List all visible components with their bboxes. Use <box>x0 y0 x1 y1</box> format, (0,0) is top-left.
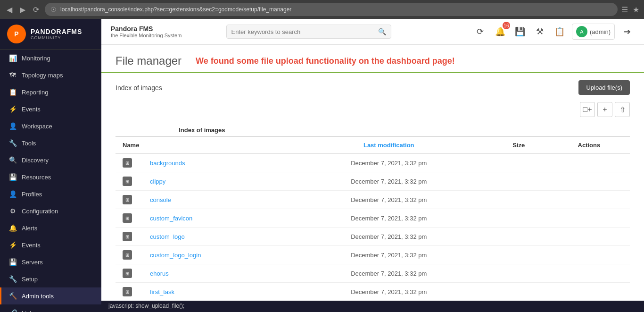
file-name-cell: first_task <box>143 283 289 301</box>
links-icon: 🔗 <box>8 309 17 312</box>
sidebar-item-discovery[interactable]: 🔍 Discovery <box>0 152 101 169</box>
user-avatar: A <box>576 26 587 37</box>
file-link[interactable]: custom_favicon <box>150 215 192 222</box>
sidebar-label-setup: Setup <box>22 276 38 283</box>
sidebar-item-admin-tools[interactable]: 🔨 Admin tools <box>0 287 101 304</box>
sidebar-label-configuration: Configuration <box>22 208 58 215</box>
file-name-cell: custom_favicon <box>143 209 289 228</box>
browser-reload-button[interactable]: ⟳ <box>31 3 41 16</box>
topology-icon: 🗺 <box>8 71 17 79</box>
sidebar-label-topology: Topology maps <box>22 72 63 79</box>
sidebar-item-servers[interactable]: 💾 Servers <box>0 253 101 270</box>
file-table: Index of images Name Last modification S… <box>116 122 630 301</box>
search-bar[interactable]: 🔍 <box>226 25 391 39</box>
servers-icon: 💾 <box>8 258 17 266</box>
file-link[interactable]: ehorus <box>150 270 169 277</box>
section-header: Index of images Upload file(s) <box>116 80 630 95</box>
monitoring-icon: 📊 <box>8 54 17 62</box>
star-icon[interactable]: ★ <box>633 5 639 14</box>
file-name-cell: custom_logo <box>143 228 289 246</box>
table-row: ⊞ backgrounds December 7, 2021, 3:32 pm <box>116 154 630 172</box>
sidebar-item-events[interactable]: ⚡ Events <box>0 101 101 118</box>
column-header-name: Index of images <box>116 122 289 136</box>
file-link[interactable]: custom_logo_login <box>150 252 201 259</box>
file-actions-cell <box>548 246 630 264</box>
file-link[interactable]: backgrounds <box>150 160 185 167</box>
add-file-button[interactable]: + <box>597 102 612 117</box>
new-folder-button[interactable]: □+ <box>580 102 595 117</box>
refresh-button[interactable]: ⟳ <box>473 24 488 39</box>
search-icon[interactable]: 🔍 <box>378 28 386 35</box>
browser-forward-button[interactable]: ▶ <box>18 3 27 16</box>
sidebar-item-topology[interactable]: 🗺 Topology maps <box>0 67 101 84</box>
upload-button[interactable]: Upload file(s) <box>578 80 630 95</box>
save-button[interactable]: 💾 <box>512 24 528 39</box>
sidebar-item-links[interactable]: 🔗 Links <box>0 304 101 312</box>
sidebar-item-alerts[interactable]: 🔔 Alerts <box>0 219 101 236</box>
file-date-cell: December 7, 2021, 3:32 pm <box>289 191 489 209</box>
status-bar: javascript: show_upload_file(); <box>101 301 644 312</box>
sidebar-item-configuration[interactable]: ⚙ Configuration <box>0 202 101 219</box>
file-date-cell: December 7, 2021, 3:32 pm <box>289 283 489 301</box>
index-label: Index of images <box>116 84 162 92</box>
browser-toolbar-icons: ☰ ★ <box>621 5 639 14</box>
file-size-cell <box>489 191 548 209</box>
upload-file-button[interactable]: ⇧ <box>615 102 630 117</box>
file-link[interactable]: console <box>150 196 171 203</box>
logo-text-block: PANDORAFMS COMMUNITY <box>31 28 82 40</box>
file-date-cell: December 7, 2021, 3:32 pm <box>289 228 489 246</box>
sidebar-item-resources[interactable]: 💾 Resources <box>0 169 101 186</box>
action-icons-bar: □+ + ⇧ <box>116 102 630 117</box>
sidebar-item-setup[interactable]: 🔧 Setup <box>0 270 101 287</box>
tools-icon: 🔧 <box>8 139 17 147</box>
file-date-cell: December 7, 2021, 3:32 pm <box>289 246 489 264</box>
table-row: ⊞ clippy December 7, 2021, 3:32 pm <box>116 172 630 191</box>
reporting-icon: 📋 <box>8 88 17 96</box>
logo-icon: P <box>7 25 26 43</box>
file-icon: ⊞ <box>123 177 132 186</box>
sidebar-item-profiles[interactable]: 👤 Profiles <box>0 186 101 202</box>
events2-icon: ⚡ <box>8 241 17 249</box>
bookmark-icon[interactable]: ☰ <box>621 5 628 14</box>
file-name-cell: backgrounds <box>143 154 289 172</box>
copy-button[interactable]: 📋 <box>552 24 567 39</box>
notification-badge[interactable]: 🔔 16 <box>493 24 508 39</box>
file-name-cell: console <box>143 191 289 209</box>
sidebar-label-events: Events <box>22 106 41 113</box>
logout-button[interactable]: ➔ <box>619 24 635 39</box>
sidebar-item-monitoring[interactable]: 📊 Monitoring <box>0 50 101 67</box>
file-link[interactable]: first_task <box>150 288 174 295</box>
browser-back-button[interactable]: ◀ <box>5 3 14 16</box>
sidebar-item-events2[interactable]: ⚡ Events <box>0 236 101 253</box>
search-input[interactable] <box>231 28 374 35</box>
resources-icon: 💾 <box>8 173 17 181</box>
admin-tools-icon: 🔨 <box>8 292 17 300</box>
file-link[interactable]: clippy <box>150 178 165 185</box>
sidebar-label-monitoring: Monitoring <box>22 55 50 62</box>
address-bar[interactable]: ☉ localhost/pandora_console/index.php?se… <box>45 3 618 16</box>
logo-title: PANDORAFMS <box>31 28 82 35</box>
file-manager-body: Index of images Upload file(s) □+ + ⇧ In… <box>101 73 644 301</box>
user-label: (admin) <box>590 28 611 35</box>
table-row: ⊞ custom_favicon December 7, 2021, 3:32 … <box>116 209 630 228</box>
logo-sub: COMMUNITY <box>31 35 82 40</box>
col-size: Size <box>489 136 548 154</box>
user-menu[interactable]: A (admin) <box>572 24 615 40</box>
table-row: ⊞ first_task December 7, 2021, 3:32 pm <box>116 283 630 301</box>
tools-header-button[interactable]: ⚒ <box>532 24 547 39</box>
alerts-icon: 🔔 <box>8 224 17 232</box>
sidebar-label-resources: Resources <box>22 174 51 181</box>
file-size-cell <box>489 246 548 264</box>
workspace-icon: 👤 <box>8 122 17 130</box>
top-header: Pandora FMS the Flexible Monitoring Syst… <box>101 19 644 45</box>
sidebar-item-reporting[interactable]: 📋 Reporting <box>0 84 101 101</box>
brand-title: Pandora FMS <box>111 25 182 33</box>
file-link[interactable]: custom_logo <box>150 233 185 240</box>
sidebar-item-workspace[interactable]: 👤 Workspace <box>0 118 101 135</box>
sidebar-label-profiles: Profiles <box>22 191 42 198</box>
sidebar-label-tools: Tools <box>22 140 36 147</box>
sidebar-item-tools[interactable]: 🔧 Tools <box>0 135 101 152</box>
file-date-cell: December 7, 2021, 3:32 pm <box>289 172 489 191</box>
sidebar-label-admin-tools: Admin tools <box>22 293 54 300</box>
table-row: ⊞ console December 7, 2021, 3:32 pm <box>116 191 630 209</box>
